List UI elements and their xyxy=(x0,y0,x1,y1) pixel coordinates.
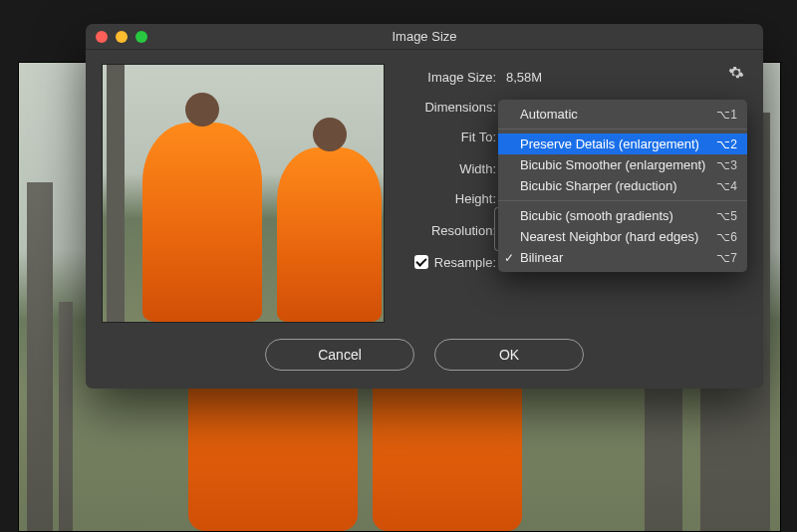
window-close-button[interactable] xyxy=(96,31,108,43)
menu-item-shortcut: ⌥3 xyxy=(716,158,737,172)
menu-item-label: Bicubic Smoother (enlargement) xyxy=(520,157,705,172)
resample-option[interactable]: Automatic⌥1 xyxy=(498,104,747,125)
menu-item-shortcut: ⌥1 xyxy=(716,108,737,122)
menu-item-shortcut: ⌥2 xyxy=(716,137,737,151)
menu-item-shortcut: ⌥5 xyxy=(716,209,737,223)
menu-item-label: Bilinear xyxy=(520,250,563,265)
dialog-titlebar[interactable]: Image Size xyxy=(86,24,763,50)
menu-item-shortcut: ⌥6 xyxy=(716,230,737,244)
window-zoom-button[interactable] xyxy=(135,31,147,43)
decorative-shape xyxy=(59,302,73,531)
menu-separator xyxy=(498,200,747,201)
menu-item-shortcut: ⌥7 xyxy=(716,251,737,265)
width-label: Width: xyxy=(398,161,506,176)
resample-option[interactable]: Bicubic Sharper (reduction)⌥4 xyxy=(498,175,747,196)
image-preview xyxy=(102,64,385,323)
resample-field: Resample: xyxy=(398,255,506,270)
resolution-label: Resolution: xyxy=(398,223,506,238)
ok-button[interactable]: OK xyxy=(434,339,584,371)
menu-item-label: Preserve Details (enlargement) xyxy=(520,136,699,151)
resample-option[interactable]: Bicubic Smoother (enlargement)⌥3 xyxy=(498,154,747,175)
resample-option[interactable]: Bicubic (smooth gradients)⌥5 xyxy=(498,205,747,226)
resample-dropdown-menu[interactable]: Automatic⌥1Preserve Details (enlargement… xyxy=(498,100,747,272)
dialog-footer: Cancel OK xyxy=(86,323,763,389)
menu-item-label: Bicubic Sharper (reduction) xyxy=(520,178,677,193)
window-minimize-button[interactable] xyxy=(116,31,128,43)
menu-item-shortcut: ⌥4 xyxy=(716,179,737,193)
menu-separator xyxy=(498,129,747,130)
window-controls xyxy=(96,31,147,43)
resample-label: Resample: xyxy=(434,255,496,270)
decorative-shape xyxy=(27,182,53,531)
gear-icon[interactable] xyxy=(727,64,745,82)
resample-option[interactable]: Preserve Details (enlargement)⌥2 xyxy=(498,133,747,154)
menu-item-label: Nearest Neighbor (hard edges) xyxy=(520,229,698,244)
resample-option[interactable]: Bilinear⌥7 xyxy=(498,247,747,268)
height-label: Height: xyxy=(398,191,506,206)
dialog-title: Image Size xyxy=(392,29,456,44)
dimensions-label: Dimensions: xyxy=(398,100,506,115)
fit-to-label: Fit To: xyxy=(398,130,506,144)
image-size-label: Image Size: xyxy=(398,70,506,85)
resample-checkbox[interactable] xyxy=(414,255,428,269)
resample-option[interactable]: Nearest Neighbor (hard edges)⌥6 xyxy=(498,226,747,247)
menu-item-label: Automatic xyxy=(520,107,578,122)
image-size-value: 8,58M xyxy=(506,70,542,85)
cancel-button[interactable]: Cancel xyxy=(265,339,414,371)
menu-item-label: Bicubic (smooth gradients) xyxy=(520,208,673,223)
